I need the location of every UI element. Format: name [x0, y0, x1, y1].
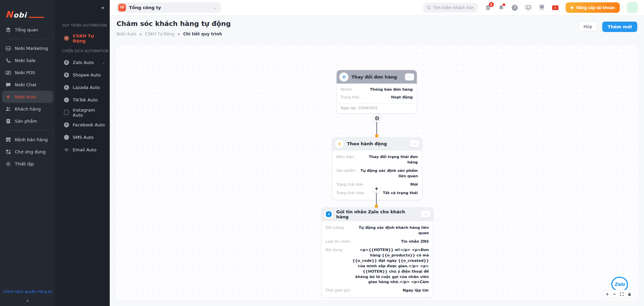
- submenu-item-cskh-tu-dong[interactable]: ✓ CSKH Tự Động: [55, 32, 110, 44]
- language-flag-icon[interactable]: ★: [552, 4, 558, 11]
- zoom-in-button[interactable]: +: [605, 292, 609, 296]
- breadcrumb-separator: ●: [139, 32, 142, 36]
- collapse-submenu-icon[interactable]: «: [101, 5, 104, 11]
- breadcrumb-separator: ●: [177, 32, 180, 36]
- sidebar-item-label: Nobi POS: [15, 70, 35, 75]
- submenu-item-label: SMS Auto: [73, 135, 94, 140]
- plus-icon: +: [374, 186, 379, 191]
- node-created-date: Ngày tạo: 15/04/2025: [337, 103, 417, 113]
- node-menu-button[interactable]: ⋯: [410, 140, 419, 147]
- sms-icon: [64, 135, 69, 140]
- search-icon: [427, 5, 431, 10]
- submenu-item-shopee-auto[interactable]: S Shopee Auto: [55, 69, 110, 81]
- privacy-policy-link[interactable]: Chính sách quyền riêng tư: [0, 289, 55, 294]
- user-avatar[interactable]: [627, 2, 638, 13]
- sidebar-item-label: Sản phẩm: [15, 119, 37, 124]
- sidebar-item-nobi-pos[interactable]: Nobi POS: [2, 66, 53, 79]
- submenu-item-facebook-auto[interactable]: f Facebook Auto: [55, 119, 110, 131]
- flow-node-trigger[interactable]: ⚙ Thay đổi đơn hàng ⋯ Nhóm: Thông báo đơ…: [337, 70, 417, 113]
- sidebar-item-nobi-sale[interactable]: Nobi Sale: [2, 54, 53, 66]
- add-node-button[interactable]: +: [373, 185, 380, 193]
- search-box[interactable]: [423, 3, 478, 12]
- sidebar-item-label: Nobi Auto: [15, 94, 36, 99]
- zalo-watermark: Zalo: [611, 277, 628, 292]
- sidebar-item-khach-hang[interactable]: Khách hàng: [2, 103, 53, 115]
- sidebar-item-nobi-auto[interactable]: Nobi Auto: [2, 91, 53, 103]
- notification-count-badge: 2: [489, 2, 494, 7]
- topbar: TỔ Tổng công ty ⌄ 2 ? ★ ★ Nâng cấp tài k…: [110, 0, 644, 16]
- zoom-out-button[interactable]: −: [613, 292, 616, 296]
- connector-source-handle[interactable]: [373, 114, 381, 122]
- presentation-icon[interactable]: [539, 4, 545, 11]
- connector-line: [376, 122, 377, 135]
- chevron-down-icon: ⌄: [213, 5, 217, 10]
- submenu-item-sms-auto[interactable]: SMS Auto: [55, 131, 110, 144]
- sidebar-item-label: Nobi Marketing: [15, 46, 48, 51]
- sidebar-item-nobi-chat[interactable]: Nobi Chat: [2, 79, 53, 91]
- lightning-icon: [335, 139, 344, 148]
- submenu-item-label: Facebook Auto: [73, 122, 105, 127]
- sidebar-item-tong-quan[interactable]: Tổng quan: [2, 24, 53, 36]
- node-title: Gửi tin nhắn Zalo cho khách hàng: [336, 209, 418, 219]
- pos-icon: [5, 70, 11, 75]
- facebook-icon: f: [64, 122, 69, 127]
- flow-node-action-zalo[interactable]: Z Gửi tin nhắn Zalo cho khách hàng ⋯ Đối…: [321, 208, 433, 297]
- zalo-icon: Z: [324, 210, 333, 219]
- node-title: Thay đổi đơn hàng: [351, 74, 397, 80]
- logo-bolt-icon: N: [5, 10, 13, 19]
- target-icon: [375, 116, 379, 120]
- fit-view-button[interactable]: [620, 292, 624, 296]
- tasks-icon[interactable]: 2: [485, 4, 491, 11]
- star-icon: ★: [570, 5, 574, 10]
- collapse-sidebar-icon[interactable]: «: [0, 298, 55, 303]
- node-row: Loại tin nhắn: Tin nhắn ZNS: [326, 239, 429, 244]
- help-icon[interactable]: ?: [512, 4, 518, 11]
- logo-text: obi: [13, 12, 27, 19]
- sidebar-item-thiet-lap[interactable]: Thiết lập: [2, 158, 53, 170]
- breadcrumb-item[interactable]: Nobi Auto: [116, 32, 136, 36]
- node-row-content: Nội dung: <p>{{HOTEN}} ơi!</p> <p>Đơn hà…: [326, 247, 429, 285]
- connection-point[interactable]: [375, 134, 378, 137]
- company-selector[interactable]: TỔ Tổng công ty ⌄: [116, 2, 221, 13]
- main-sidebar: N obi Tổng quan Nobi Marketing Nobi Sale…: [0, 0, 55, 306]
- workflow-canvas[interactable]: ⚙ Thay đổi đơn hàng ⋯ Nhóm: Thông báo đơ…: [116, 45, 638, 300]
- submenu-item-tiktok-auto[interactable]: ♪ TikTok Auto: [55, 94, 110, 106]
- cancel-button[interactable]: Hủy: [578, 22, 597, 31]
- submenu-item-lazada-auto[interactable]: L Lazada Auto: [55, 81, 110, 94]
- sidebar-item-kenh-ban-hang[interactable]: Kênh bán hàng: [2, 133, 53, 146]
- submenu-item-zalo-auto[interactable]: Z Zalo Auto ⌄: [55, 56, 110, 69]
- chat-bubble-icon: [5, 82, 11, 88]
- sidebar-item-san-pham[interactable]: Sản phẩm: [2, 115, 53, 127]
- automation-sidebar: « QUY TRÌNH AUTOMATION ✓ CSKH Tự Động CH…: [55, 0, 110, 306]
- submenu-item-label: Lazada Auto: [73, 85, 100, 90]
- search-input[interactable]: [433, 5, 474, 10]
- phone-icon: [5, 58, 11, 63]
- company-name: Tổng công ty: [129, 5, 161, 10]
- lock-button[interactable]: [628, 292, 632, 296]
- layers-icon: [5, 27, 11, 33]
- inbox-icon: [5, 45, 11, 51]
- upgrade-account-button[interactable]: ★ Nâng cấp tài khoản: [566, 2, 620, 13]
- nobi-logo[interactable]: N obi: [0, 0, 55, 19]
- submenu-item-label: Zalo Auto: [73, 60, 94, 65]
- notification-dot: [503, 3, 505, 6]
- sidebar-item-label: Kênh bán hàng: [15, 137, 48, 142]
- sidebar-item-label: Nobi Sale: [15, 58, 36, 63]
- submenu-item-email-auto[interactable]: ✉ Email Auto: [55, 144, 110, 156]
- node-menu-button[interactable]: ⋯: [421, 211, 430, 218]
- chevron-down-icon: ⌄: [102, 60, 105, 65]
- node-row: Trạng thái: Hoạt động: [341, 95, 413, 100]
- submenu-item-label: Instagram Auto: [73, 108, 105, 118]
- add-new-button[interactable]: Thêm mới: [602, 22, 637, 32]
- submenu-item-instagram-auto[interactable]: ◦ Instagram Auto: [55, 106, 110, 119]
- breadcrumb-current: Chi tiết quy trình: [183, 32, 222, 36]
- canvas-controls: + −: [603, 290, 634, 298]
- bell-icon[interactable]: [498, 4, 505, 11]
- sidebar-item-nobi-marketing[interactable]: Nobi Marketing: [2, 42, 53, 54]
- node-menu-button[interactable]: ⋯: [405, 73, 414, 81]
- sidebar-item-cho-ung-dung[interactable]: Chợ ứng dụng: [2, 146, 53, 158]
- gear-icon: [5, 161, 11, 167]
- logo-tagline: [29, 17, 44, 18]
- screen-share-icon[interactable]: [525, 4, 532, 11]
- breadcrumb-item[interactable]: CSKH Tự Động: [145, 32, 174, 36]
